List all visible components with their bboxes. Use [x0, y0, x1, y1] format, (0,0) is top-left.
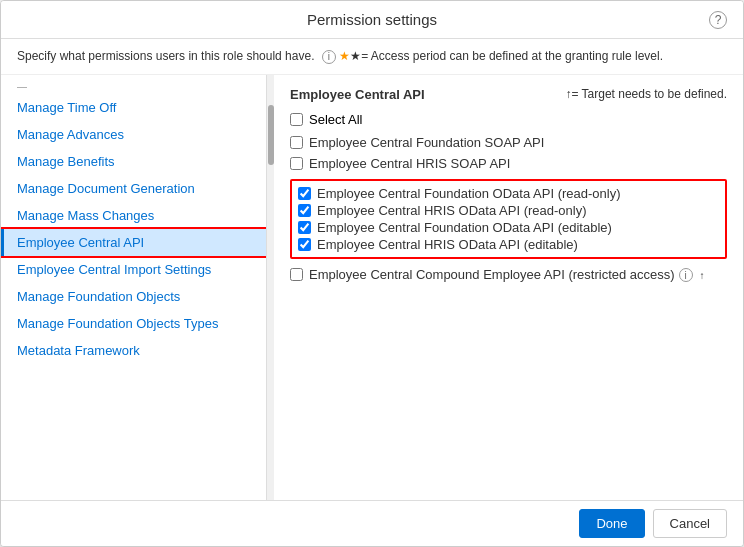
done-button[interactable]: Done: [579, 509, 644, 538]
permission-item-hris-soap-api: Employee Central HRIS SOAP API: [290, 154, 727, 173]
permission-item-hris-odata-editable: Employee Central HRIS OData API (editabl…: [298, 236, 719, 253]
target-note: ↑= Target needs to be defined.: [565, 87, 727, 101]
sidebar-item-manage-foundation-objects-types[interactable]: Manage Foundation Objects Types: [1, 310, 266, 337]
permission-label-hris-odata-readonly: Employee Central HRIS OData API (read-on…: [317, 203, 587, 218]
sidebar-item-manage-benefits[interactable]: Manage Benefits: [1, 148, 266, 175]
select-all-row: Select All: [290, 112, 727, 127]
compound-api-info-icon: i: [679, 268, 693, 282]
sidebar-item-manage-foundation-objects[interactable]: Manage Foundation Objects: [1, 283, 266, 310]
permission-checkbox-hris-odata-readonly[interactable]: [298, 204, 311, 217]
permission-checkbox-compound-employee-api[interactable]: [290, 268, 303, 281]
dialog-title: Permission settings: [307, 11, 437, 28]
dialog-header: Permission settings ?: [1, 1, 743, 39]
info-bar: Specify what permissions users in this r…: [1, 39, 743, 75]
permission-label-hris-odata-editable: Employee Central HRIS OData API (editabl…: [317, 237, 578, 252]
select-all-label: Select All: [309, 112, 362, 127]
sidebar-items-container: Manage Time OffManage AdvancesManage Ben…: [1, 94, 266, 364]
permission-label-foundation-odata-editable: Employee Central Foundation OData API (e…: [317, 220, 612, 235]
content-area: — Manage Time OffManage AdvancesManage B…: [1, 75, 743, 500]
sidebar-top-dots: —: [1, 79, 266, 94]
info-icon: i: [322, 50, 336, 64]
sidebar-scroll-area: — Manage Time OffManage AdvancesManage B…: [1, 75, 274, 500]
permission-item-foundation-odata-editable: Employee Central Foundation OData API (e…: [298, 219, 719, 236]
sidebar-item-manage-advances[interactable]: Manage Advances: [1, 121, 266, 148]
permission-checkbox-foundation-odata-editable[interactable]: [298, 221, 311, 234]
help-icon[interactable]: ?: [709, 11, 727, 29]
sidebar-item-employee-central-api[interactable]: Employee Central API: [1, 229, 266, 256]
permission-label-soap-api: Employee Central Foundation SOAP API: [309, 135, 544, 150]
permission-item-soap-api: Employee Central Foundation SOAP API: [290, 133, 727, 152]
permission-item-compound-employee-api: Employee Central Compound Employee API (…: [290, 265, 727, 285]
permission-label-compound-employee-api: Employee Central Compound Employee API (…: [309, 267, 704, 283]
dialog-footer: Done Cancel: [1, 500, 743, 546]
info-text: Specify what permissions users in this r…: [17, 49, 314, 63]
permission-label-foundation-odata-readonly: Employee Central Foundation OData API (r…: [317, 186, 621, 201]
permission-item-hris-odata-readonly: Employee Central HRIS OData API (read-on…: [298, 202, 719, 219]
section-header: Employee Central API ↑= Target needs to …: [290, 87, 727, 102]
permission-checkbox-foundation-odata-readonly[interactable]: [298, 187, 311, 200]
compound-api-target-arrow: ↑: [697, 270, 705, 281]
permission-checkbox-hris-odata-editable[interactable]: [298, 238, 311, 251]
sidebar-item-manage-document-generation[interactable]: Manage Document Generation: [1, 175, 266, 202]
highlighted-permissions-group: Employee Central Foundation OData API (r…: [290, 179, 727, 259]
info-note: ★= Access period can be defined at the g…: [350, 49, 663, 63]
cancel-button[interactable]: Cancel: [653, 509, 727, 538]
sidebar-item-manage-mass-changes[interactable]: Manage Mass Changes: [1, 202, 266, 229]
permission-label-hris-soap-api: Employee Central HRIS SOAP API: [309, 156, 510, 171]
dialog-body: Specify what permissions users in this r…: [1, 39, 743, 500]
permission-checkbox-hris-soap-api[interactable]: [290, 157, 303, 170]
permission-settings-dialog: Permission settings ? Specify what permi…: [0, 0, 744, 547]
sidebar-item-manage-time-off[interactable]: Manage Time Off: [1, 94, 266, 121]
sidebar-item-employee-central-import-settings[interactable]: Employee Central Import Settings: [1, 256, 266, 283]
permission-item-foundation-odata-readonly: Employee Central Foundation OData API (r…: [298, 185, 719, 202]
star-icon: ★: [339, 49, 350, 63]
sidebar: — Manage Time OffManage AdvancesManage B…: [1, 75, 266, 500]
sidebar-item-metadata-framework[interactable]: Metadata Framework: [1, 337, 266, 364]
section-title: Employee Central API: [290, 87, 425, 102]
scroll-thumb: [268, 105, 274, 165]
sidebar-scrollbar[interactable]: [266, 75, 274, 500]
permission-list: Employee Central Foundation SOAP APIEmpl…: [290, 133, 727, 285]
main-content: Employee Central API ↑= Target needs to …: [274, 75, 743, 500]
select-all-checkbox[interactable]: [290, 113, 303, 126]
permission-checkbox-soap-api[interactable]: [290, 136, 303, 149]
